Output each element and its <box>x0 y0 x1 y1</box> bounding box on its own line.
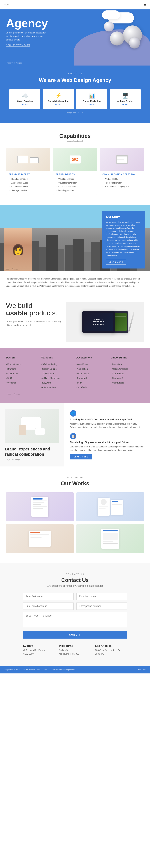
contact-subtitle: Any questions or remarks? Just write us … <box>6 585 144 587</box>
footer-links[interactable]: Edit Links <box>138 669 146 671</box>
offices-row: Sydney 48 Pirrama Rd, Pyrmont,NSW 2009 M… <box>23 644 127 656</box>
story-overlay: Our Story Lorem ipsum dolor sit amet con… <box>102 211 145 269</box>
story-text: Lorem ipsum dolor sit amet consectetuer … <box>106 220 141 257</box>
cap-category-brand: BRAND STRATEGY <box>9 173 48 176</box>
portfolio-section: PORTFOLIO Our Works <box>0 466 150 563</box>
brand-feature-1: 🌐 Creating the world's first community d… <box>70 410 144 429</box>
products-bold: usable <box>6 309 28 317</box>
brand-section: Brand, experiences and radical collabora… <box>0 403 150 466</box>
story-city-bg: 👩 Our Story Lorem ipsum dolor sit amet c… <box>0 205 150 271</box>
speed-service-more[interactable]: MORE <box>45 103 71 106</box>
brand-feature-2: 📋 Translating 100 years of service into … <box>70 433 144 460</box>
cloud-service-more[interactable]: MORE <box>12 103 38 106</box>
email-input[interactable] <box>23 602 74 610</box>
message-input[interactable] <box>23 612 127 628</box>
speed-service-name: Speed Optimization <box>45 100 71 102</box>
web-service-icon: 🖥️ <box>112 93 138 99</box>
portfolio-item-2[interactable] <box>76 492 144 521</box>
contact-title: Contact Us <box>6 577 144 583</box>
services-col-dev: Development › WordPress › Application › … <box>76 356 109 390</box>
web-service-more[interactable]: MORE <box>112 103 138 106</box>
portfolio-grid <box>6 492 144 553</box>
brand-credit2: Image from Freepik <box>5 459 59 460</box>
office-melbourne: Melbourne Collins St,Melbourne VIC 3000 <box>59 644 91 656</box>
cap-img-comm <box>100 148 144 171</box>
office-la: Los Angeles 168 Gifon St, Losofon, CA908… <box>95 644 127 656</box>
portfolio-item-4[interactable] <box>76 524 144 553</box>
contact-submit-btn[interactable]: SUBMIT <box>23 631 127 639</box>
office-melbourne-city: Melbourne <box>59 644 91 647</box>
products-heading: We build usable products. <box>6 302 62 317</box>
services-credit: Image by Freepik <box>6 393 144 395</box>
products-desc: Lorem ipsum dolor sit amet, consectetur … <box>6 320 62 327</box>
about-section: ABOUT US We are a Web Design Agency ☁️ C… <box>0 65 150 123</box>
cap-category-comm: COMMUNICATION STRATEGY <box>102 173 141 176</box>
brand-feature-1-text: Massa tincidunt nunc pulvinar sapien et.… <box>70 422 144 429</box>
hero-link[interactable]: CONNECT WITH THEM <box>6 44 62 46</box>
capabilities-title: Capabilities <box>6 133 144 139</box>
products-line1: We build <box>6 302 32 309</box>
nav-menu-icon[interactable]: ≡ <box>143 2 146 7</box>
about-label: ABOUT US <box>6 72 144 75</box>
services-grid: Design › Product Mockup › Branding › Ill… <box>6 356 144 390</box>
navbar: logo ≡ <box>0 0 150 9</box>
brand-feature-1-icon: 🌐 <box>70 410 76 416</box>
brand-right: 🌐 Creating the world's first community d… <box>64 403 150 466</box>
hero-image-credit: Image from Freepik <box>6 62 22 64</box>
cap-img-identity: GO <box>53 148 97 171</box>
brand-title: Brand, experiences and radical collabora… <box>5 446 59 457</box>
marketing-service-name: Online Marketing <box>79 100 105 102</box>
services-grid: ☁️ Cloud Solution MORE ⚡ Speed Optimizat… <box>6 89 144 110</box>
cloud-service-icon: ☁️ <box>12 93 38 99</box>
brand-feature-2-icon: 📋 <box>70 433 76 439</box>
products-text: We build usable products. Lorem ipsum do… <box>6 302 62 327</box>
first-name-input[interactable] <box>23 593 74 600</box>
last-name-input[interactable] <box>76 593 127 600</box>
nav-logo: logo <box>4 3 9 6</box>
service-card-web: 🖥️ Website Design MORE <box>110 89 141 110</box>
office-la-addr: 168 Gifon St, Losofon, CA9080, US <box>95 648 127 656</box>
office-sydney: Sydney 48 Pirrama Rd, Pyrmont,NSW 2009 <box>23 644 55 656</box>
para-text: Proin fermentum leo vel orci porta erat.… <box>6 277 144 288</box>
office-sydney-addr: 48 Pirrama Rd, Pyrmont,NSW 2009 <box>23 648 55 656</box>
hero-subtitle: Lorem ipsum dolor sit amet consectetuer … <box>6 31 50 42</box>
col-title-design: Design <box>6 356 39 360</box>
products-line2: products. <box>29 309 58 317</box>
phone-input[interactable] <box>76 602 127 610</box>
col-title-dev: Development <box>76 356 109 360</box>
service-card-cloud: ☁️ Cloud Solution MORE <box>9 89 40 110</box>
services-col-design: Design › Product Mockup › Branding › Ill… <box>6 356 39 390</box>
brand-feature-1-title: Creating the world's first community dri… <box>70 418 144 421</box>
portfolio-title: Our Works <box>6 480 144 487</box>
capabilities-credit: Images from Freepik <box>6 140 144 142</box>
story-label: Our Story <box>106 215 141 218</box>
footer: sample text. Click to select the text bo… <box>0 666 150 674</box>
hero-clouds <box>70 9 150 65</box>
portfolio-item-3[interactable] <box>6 524 74 553</box>
web-service-name: Website Design <box>112 100 138 102</box>
contact-section: CONTACT US Contact Us Any questions or r… <box>0 563 150 666</box>
cap-category-identity: BRAND IDENTITY <box>55 173 95 176</box>
cap-card-identity: GO BRAND IDENTITY Visual positioning Vis… <box>53 148 97 195</box>
portfolio-item-1[interactable] <box>6 492 74 521</box>
service-card-speed: ⚡ Speed Optimization MORE <box>43 89 74 110</box>
portfolio-label: PORTFOLIO <box>6 476 144 479</box>
marketing-service-more[interactable]: MORE <box>79 103 105 106</box>
office-sydney-city: Sydney <box>23 644 55 647</box>
brand-feature-2-text: Lorem dolor sit amet in amet consectetue… <box>70 445 144 452</box>
brand-left: Brand, experiences and radical collabora… <box>0 403 64 466</box>
cap-img-brand <box>6 148 50 171</box>
contact-label: CONTACT US <box>6 573 144 576</box>
hero-section: Agency Lorem ipsum dolor sit amet consec… <box>0 9 150 65</box>
services-col-video: Video Editing › Animation › Motion Graph… <box>111 356 144 390</box>
service-card-marketing: 📊 Online Marketing MORE <box>76 89 107 110</box>
col-title-marketing: Marketing <box>41 356 74 360</box>
story-person: 👩 <box>4 228 32 271</box>
story-section: 👩 Our Story Lorem ipsum dolor sit amet c… <box>0 205 150 271</box>
brand-learn-btn[interactable]: LEARN MORE <box>70 454 92 460</box>
products-section: We build usable products. Lorem ipsum do… <box>0 294 150 348</box>
story-learn-btn[interactable]: LEARN MORE <box>106 260 126 265</box>
marketing-service-icon: 📊 <box>79 93 105 99</box>
brand-feature-2-title: Translating 100 years of service into a … <box>70 441 144 444</box>
services-list-section: Design › Product Mockup › Branding › Ill… <box>0 348 150 403</box>
